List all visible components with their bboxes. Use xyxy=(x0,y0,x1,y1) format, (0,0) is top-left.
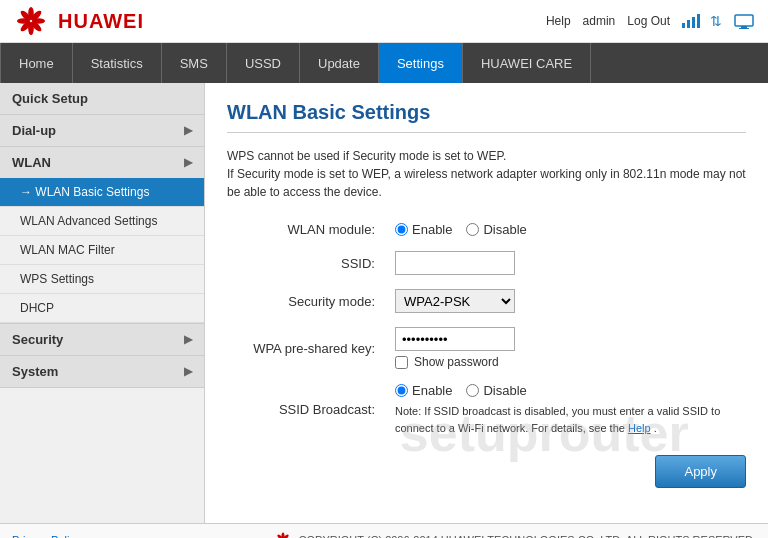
wlan-disable-text: Disable xyxy=(483,222,526,237)
network-arrows-icon: ⇅ xyxy=(710,13,728,29)
nav-sms[interactable]: SMS xyxy=(162,43,227,83)
system-arrow-icon: ▶ xyxy=(184,365,192,378)
sidebar-section-dialup: Dial-up ▶ xyxy=(0,115,204,147)
note-text-content: Note: If SSID broadcast is disabled, you… xyxy=(395,405,720,434)
ssid-broadcast-row: SSID Broadcast: Enable Disable Note: xyxy=(227,376,746,443)
nav-statistics[interactable]: Statistics xyxy=(73,43,162,83)
screen-icon xyxy=(734,13,756,29)
sidebar-section-wlan: WLAN ▶ WLAN Basic Settings WLAN Advanced… xyxy=(0,147,204,324)
sidebar-section-system: System ▶ xyxy=(0,356,204,388)
admin-label: admin xyxy=(583,14,616,28)
show-password-label[interactable]: Show password xyxy=(414,355,499,369)
note-end: . xyxy=(654,422,657,434)
ssid-broadcast-radio-group: Enable Disable xyxy=(395,383,738,398)
sidebar-header-system[interactable]: System ▶ xyxy=(0,356,204,387)
content-area: WLAN Basic Settings WPS cannot be used i… xyxy=(205,83,768,523)
wlan-disable-radio[interactable] xyxy=(466,223,479,236)
security-arrow-icon: ▶ xyxy=(184,333,192,346)
sidebar-section-quicksetup: Quick Setup xyxy=(0,83,204,115)
nav-update[interactable]: Update xyxy=(300,43,379,83)
wlan-module-label: WLAN module: xyxy=(227,215,387,244)
sidebar-dialup-label: Dial-up xyxy=(12,123,56,138)
wlan-disable-label[interactable]: Disable xyxy=(466,222,526,237)
sidebar-header-quicksetup[interactable]: Quick Setup xyxy=(0,83,204,114)
nav-home[interactable]: Home xyxy=(0,43,73,83)
svg-rect-11 xyxy=(697,14,700,28)
footer-logo: COPYRIGHT (C) 2006-2014 HUAWEI TECHNOLOG… xyxy=(273,532,756,538)
wlan-module-row: WLAN module: Enable Disable xyxy=(227,215,746,244)
ssid-label: SSID: xyxy=(227,244,387,282)
svg-rect-10 xyxy=(692,17,695,28)
svg-rect-13 xyxy=(735,15,753,26)
svg-text:⇅: ⇅ xyxy=(710,13,722,29)
ssid-broadcast-note: Note: If SSID broadcast is disabled, you… xyxy=(395,403,735,436)
wlan-arrow-icon: ▶ xyxy=(184,156,192,169)
sidebar-wlan-label: WLAN xyxy=(12,155,51,170)
nav-ussd[interactable]: USSD xyxy=(227,43,300,83)
signal-icons: ⇅ xyxy=(682,13,756,29)
svg-rect-9 xyxy=(687,20,690,28)
nav-bar: Home Statistics SMS USSD Update Settings… xyxy=(0,43,768,83)
settings-form: WLAN module: Enable Disable xyxy=(227,215,746,443)
svg-rect-15 xyxy=(739,28,749,29)
sidebar-item-dhcp[interactable]: DHCP xyxy=(0,294,204,323)
wpa-key-label: WPA pre-shared key: xyxy=(227,320,387,376)
show-password-row: Show password xyxy=(395,355,738,369)
ssid-row: SSID: xyxy=(227,244,746,282)
dialup-arrow-icon: ▶ xyxy=(184,124,192,137)
page-title: WLAN Basic Settings xyxy=(227,101,746,133)
logo-area: HUAWEI xyxy=(12,6,144,36)
wpa-key-input[interactable] xyxy=(395,327,515,351)
wlan-enable-label[interactable]: Enable xyxy=(395,222,452,237)
notice-line2: If Security mode is set to WEP, a wirele… xyxy=(227,167,746,199)
ssid-broadcast-enable-text: Enable xyxy=(412,383,452,398)
security-mode-row: Security mode: WPA2-PSK WPA-PSK WEP None xyxy=(227,282,746,320)
sidebar-header-dialup[interactable]: Dial-up ▶ xyxy=(0,115,204,146)
security-mode-select[interactable]: WPA2-PSK WPA-PSK WEP None xyxy=(395,289,515,313)
sidebar-header-security[interactable]: Security ▶ xyxy=(0,324,204,355)
sidebar-header-wlan[interactable]: WLAN ▶ xyxy=(0,147,204,178)
wlan-module-radio-group: Enable Disable xyxy=(395,222,738,237)
huawei-logo-icon xyxy=(12,6,50,36)
ssid-broadcast-disable-text: Disable xyxy=(483,383,526,398)
ssid-broadcast-disable-radio[interactable] xyxy=(466,384,479,397)
sidebar-section-security: Security ▶ xyxy=(0,324,204,356)
sidebar-system-label: System xyxy=(12,364,58,379)
ssid-broadcast-cell: Enable Disable Note: If SSID broadcast i… xyxy=(387,376,746,443)
note-help-link[interactable]: Help xyxy=(628,422,651,434)
sidebar-item-wps-settings[interactable]: WPS Settings xyxy=(0,265,204,294)
top-links: Help admin Log Out ⇅ xyxy=(546,13,756,29)
copyright-text: COPYRIGHT (C) 2006-2014 HUAWEI TECHNOLOG… xyxy=(299,534,756,538)
apply-button[interactable]: Apply xyxy=(655,455,746,488)
signal-strength-icon xyxy=(682,13,704,29)
nav-huawei-care[interactable]: HUAWEI CARE xyxy=(463,43,591,83)
main-layout: Quick Setup Dial-up ▶ WLAN ▶ WLAN Basic … xyxy=(0,83,768,523)
show-password-checkbox[interactable] xyxy=(395,356,408,369)
help-link[interactable]: Help xyxy=(546,14,571,28)
top-bar: HUAWEI Help admin Log Out ⇅ xyxy=(0,0,768,43)
notice-line1: WPS cannot be used if Security mode is s… xyxy=(227,149,506,163)
sidebar-item-wlan-mac-filter[interactable]: WLAN MAC Filter xyxy=(0,236,204,265)
ssid-broadcast-enable-radio[interactable] xyxy=(395,384,408,397)
ssid-broadcast-enable-label[interactable]: Enable xyxy=(395,383,452,398)
ssid-broadcast-label: SSID Broadcast: xyxy=(227,376,387,443)
sidebar: Quick Setup Dial-up ▶ WLAN ▶ WLAN Basic … xyxy=(0,83,205,523)
apply-btn-area: Apply xyxy=(227,443,746,492)
nav-settings[interactable]: Settings xyxy=(379,43,463,83)
footer: Privacy Policy COPYRIGHT (C) 2006-2014 H… xyxy=(0,523,768,538)
logout-link[interactable]: Log Out xyxy=(627,14,670,28)
footer-huawei-logo-icon xyxy=(273,532,293,538)
sidebar-quicksetup-label: Quick Setup xyxy=(12,91,88,106)
ssid-input[interactable] xyxy=(395,251,515,275)
security-mode-label: Security mode: xyxy=(227,282,387,320)
ssid-broadcast-disable-label[interactable]: Disable xyxy=(466,383,526,398)
privacy-policy-link[interactable]: Privacy Policy xyxy=(12,534,80,538)
sidebar-security-label: Security xyxy=(12,332,63,347)
sidebar-item-wlan-basic[interactable]: WLAN Basic Settings xyxy=(0,178,204,207)
sidebar-item-wlan-advanced[interactable]: WLAN Advanced Settings xyxy=(0,207,204,236)
brand-name: HUAWEI xyxy=(58,10,144,33)
svg-rect-8 xyxy=(682,23,685,28)
wpa-key-row: WPA pre-shared key: Show password xyxy=(227,320,746,376)
wlan-enable-radio[interactable] xyxy=(395,223,408,236)
ssid-input-cell xyxy=(387,244,746,282)
